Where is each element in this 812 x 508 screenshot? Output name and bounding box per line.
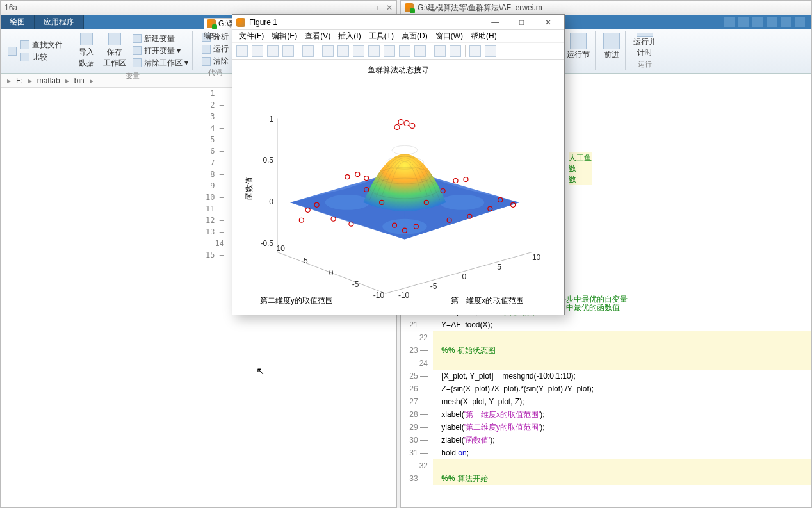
svg-point-34 [364, 176, 369, 181]
code-line[interactable]: ylabel('第二维度y的取值范围'); [433, 421, 811, 434]
pointer-icon[interactable] [302, 45, 314, 57]
code-line[interactable]: xlabel('第一维度x的取值范围'); [433, 408, 811, 421]
zlabel: 函数值 [245, 177, 254, 200]
svg-point-21 [440, 195, 485, 210]
close-icon[interactable]: ✕ [386, 3, 393, 12]
zoomout-icon[interactable] [337, 45, 349, 57]
runtime-button[interactable]: 运行并 计时运行 [628, 31, 662, 70]
path-seg[interactable]: bin [74, 76, 85, 85]
code-comment: 数 [569, 163, 592, 174]
save-ws-button[interactable]: 保存 工作区 [101, 31, 129, 70]
rotate3d-icon[interactable] [368, 45, 380, 57]
colorbar-icon[interactable] [434, 45, 446, 57]
tab-apps[interactable]: 应用程序 [35, 15, 84, 29]
plot-title: 鱼群算法动态搜寻 [368, 65, 429, 74]
window-titlebar[interactable]: G:\建模算法等\鱼群算法\AF_erwei.m [401, 1, 811, 15]
runsec-button[interactable]: 运行节 [562, 31, 596, 70]
openvar-button[interactable]: 打开变量 ▾ [133, 45, 188, 56]
showplot-icon[interactable] [485, 45, 496, 57]
code-line[interactable] [433, 357, 811, 370]
ylabel: 第二维度y的取值范围 [260, 296, 333, 305]
path-seg[interactable]: matlab [37, 76, 60, 85]
figure-axes[interactable]: 鱼群算法动态搜寻 函数值 10.50-0.5 第一维度x的取值范围 -10-50… [232, 61, 564, 315]
brush-icon[interactable] [399, 45, 410, 57]
menu-insert[interactable]: 插入(I) [336, 29, 363, 43]
qa-icon[interactable] [781, 17, 791, 27]
svg-text:10: 10 [277, 244, 286, 253]
menu-tools[interactable]: 工具(T) [366, 29, 396, 43]
tab-plot[interactable]: 绘图 [1, 15, 35, 29]
code-line[interactable] [433, 459, 811, 472]
svg-point-46 [331, 217, 336, 221]
svg-text:0.5: 0.5 [263, 156, 273, 165]
open-button[interactable] [8, 47, 17, 56]
figure-titlebar[interactable]: Figure 1 — □ ✕ [232, 15, 564, 30]
open-icon[interactable] [252, 45, 263, 57]
path-seg[interactable]: F: [16, 76, 23, 85]
run-button[interactable]: 运行 [202, 44, 229, 54]
group-label: 代码 [202, 67, 229, 78]
minimize-icon[interactable]: — [357, 3, 364, 12]
qa-icon[interactable] [738, 17, 749, 27]
svg-text:5: 5 [497, 263, 501, 272]
menu-view[interactable]: 查看(V) [302, 29, 333, 43]
code-line[interactable]: Y=AF_food(X); [433, 318, 811, 331]
x-ticks: -10-50510 [398, 253, 541, 300]
code-line[interactable]: mesh(X_plot, Y_plot, Z); [433, 395, 811, 408]
link-icon[interactable] [414, 45, 426, 57]
newvar-icon [133, 34, 142, 43]
clear-icon [133, 58, 142, 67]
qa-icon[interactable] [752, 17, 763, 27]
pan-icon[interactable] [353, 45, 364, 57]
svg-text:0: 0 [462, 272, 466, 281]
newvar-button[interactable]: 新建变量 [133, 33, 188, 44]
svg-point-38 [305, 208, 310, 212]
menu-window[interactable]: 窗口(W) [433, 29, 466, 43]
menu-file[interactable]: 文件(F) [236, 29, 266, 43]
svg-point-32 [345, 175, 350, 179]
code-line[interactable]: %% 算法开始 [433, 472, 811, 485]
compare-button[interactable]: 比较 [20, 52, 63, 63]
qa-icon[interactable] [724, 17, 735, 27]
code-line[interactable]: %% 初始状态图 [433, 344, 811, 357]
code-line[interactable]: Z=(sin(X_plot)./X_plot).*(sin(Y_plot)./Y… [433, 382, 811, 395]
hideplot-icon[interactable] [469, 45, 481, 57]
code-line[interactable] [433, 331, 811, 344]
svg-point-33 [355, 172, 360, 177]
y-ticks: 1050-5-10 [277, 244, 385, 300]
qa-icon[interactable] [795, 17, 805, 27]
zoomin-icon[interactable] [322, 45, 334, 57]
code-line[interactable]: hold on; [433, 447, 811, 459]
code-comment: 人工鱼 [569, 152, 592, 163]
window-titlebar[interactable]: 16a — □ ✕ [1, 1, 396, 15]
maximize-icon[interactable]: □ [510, 18, 534, 27]
import-button[interactable]: 导入 数据 [76, 31, 97, 70]
cleanup-button[interactable]: 清除 [202, 56, 229, 67]
menu-item[interactable]: 编辑 [204, 31, 219, 42]
menu-desktop[interactable]: 桌面(D) [399, 29, 430, 43]
close-icon[interactable]: ✕ [536, 18, 560, 27]
findfiles-icon [20, 40, 29, 49]
legend-icon[interactable] [450, 45, 461, 57]
svg-line-1 [386, 252, 532, 293]
line-gutter: 1 —2 —3 —4 —5 —6 —7 —8 —9 —10 —11 —12 —1… [202, 88, 228, 261]
advance-button[interactable]: 前进 [598, 31, 626, 70]
datacursor-icon[interactable] [384, 45, 395, 57]
menu-edit[interactable]: 编辑(E) [269, 29, 300, 43]
svg-point-20 [325, 195, 370, 210]
code-line[interactable]: zlabel('函数值'); [433, 434, 811, 447]
code-line[interactable]: [X_plot, Y_plot] = meshgrid(-10:0.1:10); [433, 370, 811, 382]
print-icon[interactable] [282, 45, 294, 57]
minimize-icon[interactable]: — [483, 18, 507, 27]
matlab-icon [236, 18, 245, 27]
new-icon[interactable] [236, 45, 248, 57]
save-icon[interactable] [267, 45, 279, 57]
maximize-icon[interactable]: □ [373, 3, 377, 12]
svg-text:1: 1 [269, 115, 273, 124]
qa-icon[interactable] [767, 17, 777, 27]
window-controls: — □ ✕ [483, 18, 560, 27]
clearws-button[interactable]: 清除工作区 ▾ [133, 58, 188, 69]
findfiles-button[interactable]: 查找文件 [20, 40, 63, 51]
cleanup-icon [202, 57, 211, 66]
menu-help[interactable]: 帮助(H) [468, 29, 499, 43]
